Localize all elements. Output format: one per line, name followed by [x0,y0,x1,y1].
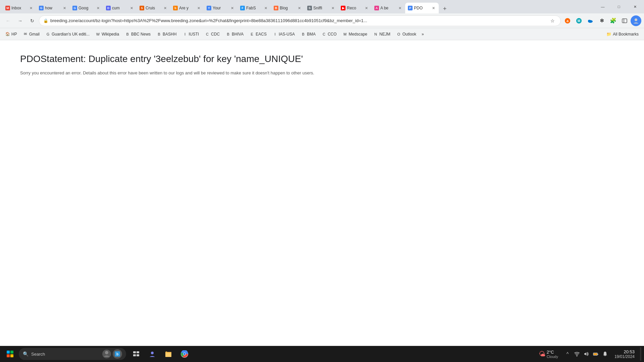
tab-close-goog[interactable]: ✕ [95,5,101,11]
file-explorer-button[interactable] [161,347,176,361]
volume-icon[interactable] [582,350,590,358]
cortana-icon[interactable] [102,349,111,359]
malwarebytes-extension-icon[interactable]: M [574,15,584,26]
tab-close-inbox[interactable]: ✕ [28,5,34,11]
all-bookmarks-link[interactable]: 📁 All Bookmarks [604,31,641,38]
tab-goog[interactable]: GGoog✕ [70,3,103,13]
svg-point-21 [183,353,185,355]
extensions-button[interactable]: 🧩 [608,15,619,26]
bookmark-ias-usa[interactable]: IIAS-USA [270,31,298,38]
tab-strip: MInbox✕Ghow✕GGoog✕Dcum✕SCruis✕bAre y✕YYo… [3,0,595,13]
tab-close-abe[interactable]: ✕ [397,5,402,11]
onedrive-extension-icon[interactable] [585,15,596,26]
bookmark-bma[interactable]: BBMA [298,31,318,38]
url-text: breeding.zone/account/bz-login?host=http… [50,18,546,23]
datetime-display[interactable]: 20:53 19/01/2024 [612,349,637,359]
teams-chat-button[interactable] [145,347,160,361]
svg-rect-25 [594,353,597,355]
bing-icon[interactable]: b [113,349,122,359]
bookmark-favicon: M [343,32,347,37]
tab-bb[interactable]: bAre y✕ [170,3,204,13]
error-title: PDOStatement: Duplicate entry '3eelzebub… [20,54,624,64]
tab-how[interactable]: Ghow✕ [36,3,70,13]
bookmark-eacs[interactable]: EEACS [247,31,269,38]
profile-button[interactable] [631,15,641,26]
bookmark-favicon: B [301,32,306,37]
bookmark-outlook[interactable]: OOutlook [394,31,419,38]
tab-close-bb[interactable]: ✕ [196,5,201,11]
windows-logo-icon [7,351,13,357]
back-button[interactable]: ← [3,15,13,26]
tab-favicon-sniffi: S [307,6,312,10]
tab-your[interactable]: YYour✕ [204,3,237,13]
title-bar: MInbox✕Ghow✕GGoog✕Dcum✕SCruis✕bAre y✕YYo… [0,0,644,13]
reload-button[interactable]: ↻ [27,15,38,26]
tab-reco[interactable]: ▶Reco✕ [338,3,372,13]
tab-label-pdo: PDO [414,6,429,10]
bookmarks-bar: 🏠HP✉GmailGGuardian's UK editi...WWikiped… [0,28,644,40]
weather-widget[interactable]: 🌤 2°C Cloudy [539,350,558,359]
tab-favicon-fabs: F [240,6,245,10]
address-bar-actions: ☆ [548,17,556,25]
tab-close-how[interactable]: ✕ [62,5,67,11]
forward-button[interactable]: → [15,15,25,26]
notifications-icon[interactable] [601,350,609,358]
tab-close-reco[interactable]: ✕ [364,5,369,11]
bookmark-medscape[interactable]: MMedscape [340,31,370,38]
tab-sniffi[interactable]: SSniffi✕ [305,3,338,13]
tab-abe[interactable]: AA be✕ [372,3,405,13]
tab-close-blog[interactable]: ✕ [297,5,302,11]
tab-close-fabs[interactable]: ✕ [263,5,268,11]
taskbar-apps [129,347,192,361]
tab-close-cruis[interactable]: ✕ [162,5,168,11]
tab-close-cum[interactable]: ✕ [129,5,134,11]
avast-extension-icon[interactable]: a [562,15,573,26]
bookmark-guardian-s-uk-editi---[interactable]: GGuardian's UK editi... [43,31,92,38]
bookmark-star-icon[interactable]: ☆ [548,17,556,25]
start-button[interactable] [3,347,17,361]
tab-favicon-how: G [39,6,44,10]
bookmark-nejm[interactable]: NNEJM [371,31,393,38]
tab-pdo[interactable]: PPDO✕ [405,3,439,13]
tab-fabs[interactable]: FFabS✕ [237,3,271,13]
bookmark-hp[interactable]: 🏠HP [3,31,20,38]
new-tab-button[interactable]: + [440,4,449,13]
bookmark-bashh[interactable]: BBASHH [154,31,179,38]
tab-label-goog: Goog [78,6,94,10]
tab-cruis[interactable]: SCruis✕ [137,3,170,13]
address-bar[interactable]: 🔒 breeding.zone/account/bz-login?host=ht… [39,15,561,26]
folder-icon: 📁 [606,32,611,37]
svg-rect-13 [133,351,136,353]
wifi-icon[interactable] [573,350,581,358]
close-button[interactable]: ✕ [627,1,643,12]
task-view-button[interactable] [129,347,144,361]
bookmark-bbc-news[interactable]: BBBC News [122,31,153,38]
tab-close-sniffi[interactable]: ✕ [330,5,335,11]
weather-extension-icon[interactable]: ❄ [596,15,607,26]
bookmarks-more-button[interactable]: » [420,31,426,38]
show-hidden-icons-button[interactable]: ^ [564,350,572,358]
bookmark-bhiva[interactable]: BBHIVA [223,31,246,38]
chrome-taskbar-icon[interactable] [177,347,192,361]
svg-point-22 [576,356,577,357]
minimize-button[interactable]: — [595,1,610,12]
show-desktop-button[interactable] [640,347,641,361]
bookmark-iusti[interactable]: IIUSTI [180,31,202,38]
bookmark-gmail[interactable]: ✉Gmail [20,31,42,38]
bookmark-cco[interactable]: CCCO [319,31,339,38]
tab-cum[interactable]: Dcum✕ [103,3,137,13]
tab-blog[interactable]: BBlog✕ [271,3,305,13]
tab-close-your[interactable]: ✕ [229,5,235,11]
tab-favicon-blog: B [274,6,278,10]
taskbar-search[interactable]: 🔍 Search b [19,348,126,360]
maximize-button[interactable]: □ [611,1,627,12]
bookmark-favicon: N [373,32,378,37]
bookmarks-right: 📁 All Bookmarks [604,31,641,38]
sidebar-button[interactable] [619,15,630,26]
battery-icon[interactable] [592,350,600,358]
bookmark-wikipedia[interactable]: WWikipedia [93,31,122,38]
bookmark-cdc[interactable]: CCDC [202,31,222,38]
tab-inbox[interactable]: MInbox✕ [3,3,36,13]
tab-close-pdo[interactable]: ✕ [431,5,436,11]
bookmark-label: Guardian's UK editi... [52,32,90,37]
